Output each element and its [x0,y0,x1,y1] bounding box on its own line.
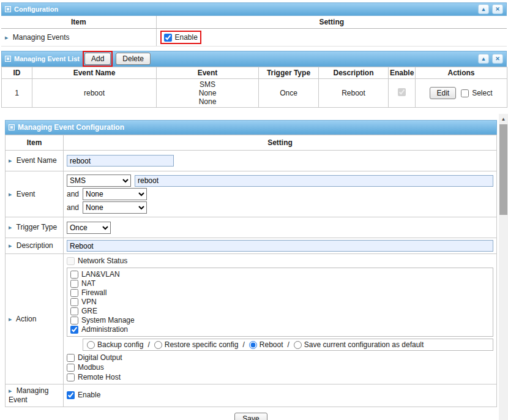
configuration-header-row: Item Setting [1,16,507,29]
configuration-table: Item Setting ▶ Managing Events Enable [1,16,507,47]
collapse-button[interactable]: ▲ [478,4,489,14]
radio-save-default-input[interactable] [294,341,302,349]
radio-restore-config[interactable]: Restore specific config [154,340,239,349]
edit-button[interactable]: Edit [430,87,456,99]
action-vpn[interactable]: VPN [70,298,490,307]
radio-save-default[interactable]: Save current configuration as default [294,340,424,349]
close-button[interactable]: ✕ [492,4,503,14]
and-label: and [67,203,79,212]
action-system-manage[interactable]: System Manage [70,316,490,325]
row-id: 1 [2,79,32,108]
action-system-manage-checkbox[interactable] [70,317,78,324]
row-event-line: None [158,89,257,97]
action-digital-output-checkbox[interactable] [67,354,75,362]
managing-event-label: Managing Event [9,386,48,404]
managing-events-setting-cell: Enable [156,29,507,47]
action-digital-output[interactable]: Digital Output [67,353,493,362]
event-row: ▶ Event SMS and None [6,171,497,217]
delete-button[interactable]: Delete [116,53,151,65]
row-enable-cell [389,79,416,108]
scroll-up-arrow-icon[interactable]: ▲ [499,114,508,124]
and-label: and [67,190,79,198]
action-lan-vlan[interactable]: LAN&VLAN [70,270,490,279]
description-row: ▶ Description [6,238,497,254]
item-bullet-icon: ▶ [9,389,12,393]
action-gre-label: GRE [81,307,97,316]
managing-event-item-cell: ▶ Managing Event [6,384,64,407]
action-gre-checkbox[interactable] [70,307,78,315]
action-network-status[interactable]: Network Status [67,256,493,266]
event-name-setting-cell [64,151,497,171]
event-list-row: 1 reboot SMS None None Once Reboot Edit [2,79,507,108]
save-button[interactable]: Save [234,413,267,420]
action-gre[interactable]: GRE [70,307,490,316]
action-firewall[interactable]: Firewall [70,288,490,298]
row-trigger-type: Once [259,79,319,108]
action-network-status-label: Network Status [78,256,127,266]
action-modbus-checkbox[interactable] [67,364,75,372]
add-button[interactable]: Add [84,53,111,65]
scrollbar[interactable]: ▲ [499,114,508,420]
event-config-panel-title: Managing Event Configuration [18,123,124,132]
managing-event-enable-checkbox[interactable] [67,391,75,399]
radio-restore-config-input[interactable] [154,341,162,349]
action-remote-host[interactable]: Remote Host [67,372,493,382]
panel-gap [1,47,507,51]
managing-event-enable-label: Enable [78,390,100,400]
action-administration[interactable]: Administration [70,325,490,334]
item-bullet-icon: ▶ [9,317,12,321]
managing-events-enable-checkbox[interactable] [164,34,172,42]
action-firewall-checkbox[interactable] [70,289,78,297]
action-nat[interactable]: NAT [70,279,490,288]
event-name-label: Event Name [17,156,57,165]
action-vpn-label: VPN [81,298,97,307]
action-item-cell: ▶ Action [6,254,64,384]
trigger-type-select[interactable]: Once [67,222,111,234]
event-type-select[interactable]: SMS [67,174,131,187]
item-bullet-icon: ▶ [9,192,12,197]
lower-scroll-region: Managing Event Configuration Item Settin… [0,114,508,420]
event-and-select-1[interactable]: None [83,188,147,200]
radio-separator: / [288,340,289,349]
description-input[interactable] [67,240,493,252]
action-firewall-label: Firewall [81,288,106,298]
radio-reboot[interactable]: Reboot [249,340,283,349]
row-select[interactable]: Select [461,88,492,98]
top-section: Configuration ▲ ✕ Item Setting ▶ Managin… [0,0,508,108]
managing-event-enable[interactable]: Enable [67,390,100,400]
radio-separator: / [148,340,149,349]
action-administration-checkbox[interactable] [70,326,78,334]
collapse-button[interactable]: ▲ [478,54,489,64]
action-modbus[interactable]: Modbus [67,362,493,372]
trigger-type-row: ▶ Trigger Type Once [6,217,497,238]
description-setting-cell [64,238,497,254]
radio-backup-config-input[interactable] [87,341,95,349]
managing-events-item-cell: ▶ Managing Events [1,29,156,47]
action-lan-vlan-checkbox[interactable] [70,271,78,279]
trigger-type-item-cell: ▶ Trigger Type [6,217,64,238]
row-event-line: SMS [158,80,257,89]
action-vpn-checkbox[interactable] [70,298,78,306]
action-digital-output-label: Digital Output [78,353,122,362]
close-button[interactable]: ✕ [492,54,503,64]
row-select-checkbox[interactable] [461,89,469,97]
event-value-input[interactable] [135,175,493,187]
managing-event-setting-cell: Enable [64,384,497,407]
row-enable-checkbox [398,88,406,96]
managing-events-enable[interactable]: Enable [164,32,198,42]
radio-reboot-input[interactable] [249,341,257,349]
radio-backup-config[interactable]: Backup config [87,340,143,349]
scrollbar-thumb[interactable] [499,124,507,215]
event-name-input[interactable] [67,155,174,167]
column-header-description: Description [319,67,389,79]
row-event-cell: SMS None None [157,79,259,108]
managing-event-row: ▶ Managing Event Enable [6,384,497,407]
event-list-panel-header: Managing Event List Add Delete ▲ ✕ [1,51,507,67]
item-bullet-icon: ▶ [9,159,12,163]
action-remote-host-checkbox[interactable] [67,373,75,381]
column-header-actions: Actions [416,67,507,79]
action-nat-label: NAT [81,279,95,288]
action-nat-checkbox[interactable] [70,280,78,288]
event-and-select-2[interactable]: None [83,201,147,214]
row-description: Reboot [319,79,389,108]
